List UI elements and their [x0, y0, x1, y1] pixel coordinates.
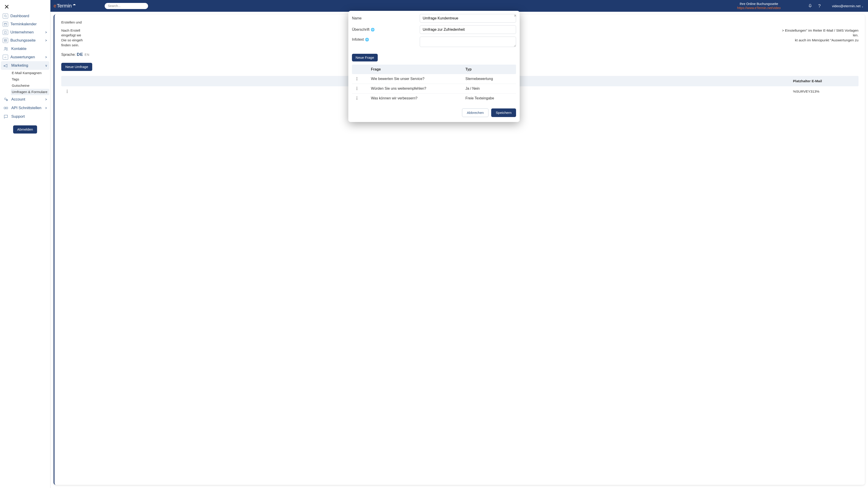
modal-actions: Abbrechen Speichern	[352, 108, 516, 117]
question-type: Ja / Nein	[465, 87, 516, 91]
cancel-button[interactable]: Abbrechen	[462, 108, 489, 117]
col-type: Typ	[465, 67, 516, 71]
heading-label: Überschrift 🌐	[352, 28, 420, 32]
question-type: Sternebewertung	[465, 77, 516, 81]
kebab-icon[interactable]: ⋮	[352, 96, 371, 100]
question-type: Freie Texteingabe	[465, 96, 516, 100]
heading-input[interactable]	[420, 25, 516, 34]
question-row: ⋮ Würden Sie uns weiterempfehlen? Ja / N…	[352, 84, 516, 94]
name-label: Name	[352, 16, 420, 20]
question-text: Würden Sie uns weiterempfehlen?	[371, 87, 465, 91]
questions-table: Frage Typ ⋮ Wie bewerten Sie unser Servi…	[352, 65, 516, 103]
globe-icon: 🌐	[365, 38, 369, 41]
question-text: Wie bewerten Sie unser Service?	[371, 77, 465, 81]
kebab-icon[interactable]: ⋮	[352, 87, 371, 91]
close-icon[interactable]: ×	[514, 13, 517, 18]
name-input[interactable]	[420, 14, 516, 23]
infotext-label: Infotext 🌐	[352, 37, 420, 41]
col-question: Frage	[371, 67, 465, 71]
questions-header: Frage Typ	[352, 65, 516, 74]
question-row: ⋮ Was können wir verbessern? Freie Texte…	[352, 94, 516, 103]
heading-label-text: Überschrift	[352, 28, 369, 32]
save-button[interactable]: Speichern	[491, 108, 516, 117]
infotext-label-text: Infotext	[352, 37, 364, 41]
kebab-icon[interactable]: ⋮	[352, 77, 371, 81]
globe-icon: 🌐	[371, 28, 375, 31]
new-question-button[interactable]: Neue Frage	[352, 54, 378, 61]
question-row: ⋮ Wie bewerten Sie unser Service? Sterne…	[352, 74, 516, 84]
modal-backdrop: × Name Überschrift 🌐 Infotext 🌐 Neue Fra…	[0, 0, 868, 488]
survey-edit-modal: × Name Überschrift 🌐 Infotext 🌐 Neue Fra…	[348, 11, 520, 122]
question-text: Was können wir verbessern?	[371, 96, 465, 100]
infotext-input[interactable]	[420, 37, 516, 47]
